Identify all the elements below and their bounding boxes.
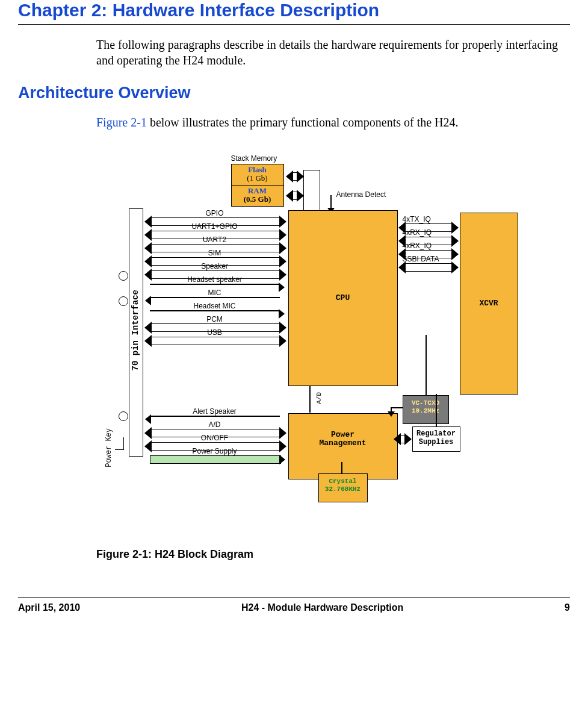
tcxo-cpu-line xyxy=(426,335,427,395)
figure-xref[interactable]: Figure 2-1 xyxy=(96,116,147,129)
ram-block: RAM(0.5 Gb) xyxy=(231,185,284,207)
bus-usb xyxy=(150,337,281,345)
ad-label: A/D xyxy=(315,392,323,404)
block-diagram: Stack Memory Flash(1 Gb) RAM(0.5 Gb) Ant… xyxy=(66,154,523,540)
stack-memory-label: Stack Memory xyxy=(231,154,277,163)
antenna-label: Antenna Detect xyxy=(336,190,386,199)
pm-bus-power-supply xyxy=(150,455,281,464)
powerkey-label: Power Key xyxy=(105,428,113,467)
flash-block: Flash(1 Gb) xyxy=(231,164,284,186)
interface-label: 70 pin Interface xyxy=(131,290,140,370)
alert-speaker-icon xyxy=(119,411,128,421)
cpu-block: CPU xyxy=(288,210,398,386)
flash-bus xyxy=(291,172,299,181)
section-title: Architecture Overview xyxy=(18,84,570,102)
crystal-block: Crystal32.768KHz xyxy=(318,473,368,502)
pm-bus-alert-speaker xyxy=(150,416,280,417)
footer-page: 9 xyxy=(565,602,570,613)
tcxo-block: VC-TCXO19.2MHz xyxy=(403,395,449,424)
ad-line xyxy=(309,385,311,413)
bus-mic xyxy=(150,297,280,298)
footer-title: H24 - Module Hardware Description xyxy=(241,602,403,613)
xcvr-block: XCVR xyxy=(460,213,518,395)
title-rule xyxy=(18,24,570,25)
speaker-icon xyxy=(119,271,128,281)
bus-headset-speaker xyxy=(150,284,280,285)
chapter-title: Chapter 2: Hardware Interface Descriptio… xyxy=(18,0,570,20)
bus-headset-mic xyxy=(150,310,280,311)
figure-caption: Figure 2-1: H24 Block Diagram xyxy=(96,548,570,561)
section-body: Figure 2-1 below illustrates the primary… xyxy=(96,114,570,130)
regulator-bus xyxy=(399,435,406,443)
bus-ssbi-data xyxy=(404,263,453,272)
memory-trunk xyxy=(303,170,320,210)
mic-icon xyxy=(119,296,128,306)
footer-date: April 15, 2010 xyxy=(18,602,80,613)
ram-bus xyxy=(291,192,299,200)
pm-block: PowerManagement xyxy=(288,413,398,479)
antenna-arrow xyxy=(330,195,332,208)
intro-paragraph: The following paragraphs describe in det… xyxy=(96,37,570,68)
regulator-block: RegulatorSupplies xyxy=(412,426,460,452)
crystal-line xyxy=(341,462,342,473)
powerkey-icon xyxy=(115,437,124,450)
